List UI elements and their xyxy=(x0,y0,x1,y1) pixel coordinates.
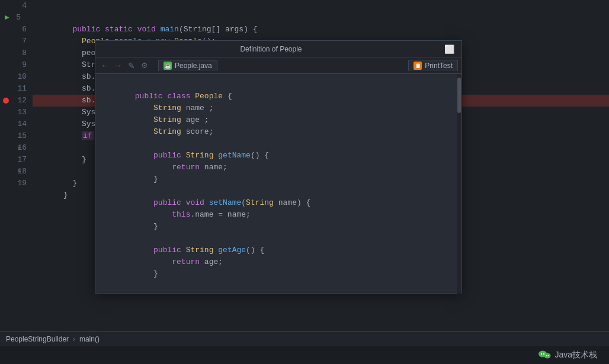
svg-point-5 xyxy=(548,355,549,356)
popup-scrollbar[interactable] xyxy=(457,75,461,294)
settings-button[interactable]: ⚙ xyxy=(139,60,150,71)
popup-toolbar: ← → ✎ ⚙ ☕ People.java 📋 PrintTest xyxy=(95,57,461,74)
line-numbers: 4 ▶ 5 6 7 8 9 10 11 12 13 14 15 ▸ 16 17 … xyxy=(0,0,33,308)
svg-point-4 xyxy=(546,355,547,356)
tab-people-java-label: People.java xyxy=(175,62,212,70)
watermark: Java技术栈 xyxy=(538,348,597,363)
breadcrumb-item-2: main() xyxy=(79,335,100,343)
popup-maximize-button[interactable]: ⬜ xyxy=(442,44,457,54)
line-9: 9 xyxy=(0,59,33,71)
watermark-bar: Java技术栈 xyxy=(0,346,609,364)
svg-point-3 xyxy=(543,353,544,354)
popup-title: Definition of People xyxy=(100,45,442,53)
back-button[interactable]: ← xyxy=(99,60,110,71)
line-7: 7 xyxy=(0,36,33,47)
popup-scrollbar-thumb xyxy=(457,78,461,113)
popup-code-line-1: public class People { xyxy=(95,79,461,91)
line-8: 8 xyxy=(0,47,33,59)
breakpoint-icon xyxy=(3,98,9,104)
tab-print-test-label: PrintTest xyxy=(425,62,453,70)
code-line-5: public static void main(String[] args) { xyxy=(33,12,609,24)
svg-point-2 xyxy=(541,353,542,354)
wechat-icon xyxy=(538,348,551,363)
popup-code-content[interactable]: public class People { String name ; Stri… xyxy=(95,74,461,293)
line-16: ▸ 16 xyxy=(0,142,33,154)
breadcrumb-bar: PeopleStringBuilder › main() xyxy=(0,331,609,346)
line-13: 13 xyxy=(0,107,33,118)
popup-code-line-14: public String getAge() { xyxy=(95,233,461,244)
watermark-text: Java技术栈 xyxy=(554,350,597,360)
status-bar: PeopleStringBuilder › main() Java技术栈 xyxy=(0,331,609,364)
play-icon: ▶ xyxy=(5,12,9,24)
edit-button[interactable]: ✎ xyxy=(126,60,137,72)
svg-point-1 xyxy=(544,353,551,358)
breadcrumb-separator: › xyxy=(72,335,76,344)
line-6: 6 xyxy=(0,24,33,36)
popup-titlebar: Definition of People ⬜ xyxy=(95,41,461,57)
popup-code-line-6: public String getName() { xyxy=(95,138,461,150)
line-14: 14 xyxy=(0,118,33,130)
definition-popup: Definition of People ⬜ ← → ✎ ⚙ ☕ People.… xyxy=(95,40,462,294)
popup-code-line-10: public void setName(String name) { xyxy=(95,185,461,197)
line-11: 11 xyxy=(0,83,33,95)
test-file-icon: 📋 xyxy=(414,62,422,70)
tab-print-test[interactable]: 📋 PrintTest xyxy=(408,60,458,71)
line-5: ▶ 5 xyxy=(0,12,33,24)
line-12: 12 xyxy=(0,95,33,107)
tab-people-java[interactable]: ☕ People.java xyxy=(158,60,217,71)
breadcrumb-item-1: PeopleStringBuilder xyxy=(6,335,69,343)
code-line-4 xyxy=(33,0,609,12)
line-15: 15 xyxy=(0,130,33,142)
line-4: 4 xyxy=(0,0,33,12)
line-17: 17 xyxy=(0,154,33,166)
line-18: ▸ 18 xyxy=(0,166,33,178)
line-10: 10 xyxy=(0,71,33,83)
fold-icon[interactable]: ▸ xyxy=(18,142,21,154)
fold-icon-18[interactable]: ▸ xyxy=(18,166,21,178)
popup-code-line-18: public void setAge(String age) { xyxy=(95,280,461,292)
forward-button[interactable]: → xyxy=(113,60,124,71)
java-file-icon: ☕ xyxy=(164,62,172,70)
line-19: 19 xyxy=(0,178,33,189)
